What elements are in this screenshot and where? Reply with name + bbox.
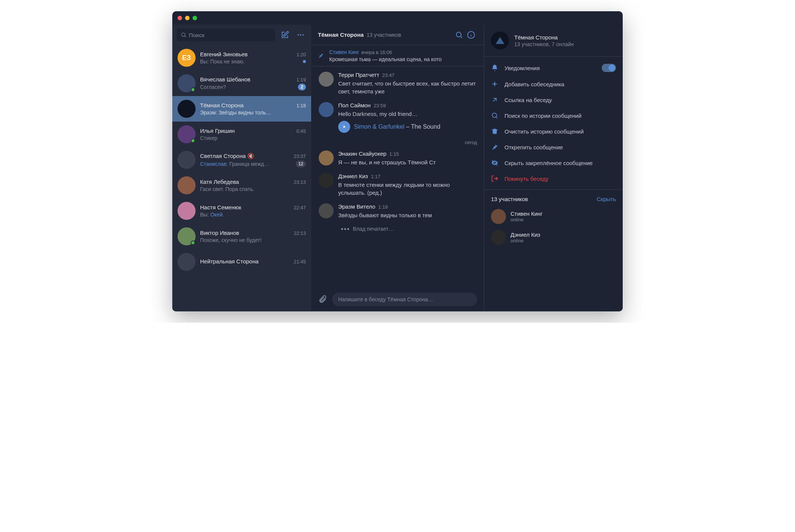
action-search-history[interactable]: Поиск по истории сообщений — [484, 108, 623, 123]
audio-title: Simon & Garfunkel – The Sound — [354, 123, 440, 130]
conversation-title: Светлая Сторона🔇 — [200, 153, 254, 159]
svg-point-3 — [300, 34, 301, 36]
pinned-text: Кромешная тьма — идеальная сцена, на кот… — [329, 56, 441, 62]
trash-icon — [491, 128, 498, 135]
chat-header: Тёмная Сторона 13 участников — [311, 25, 484, 45]
conversation-title: Виктор Иванов — [200, 230, 239, 236]
chat-info-button[interactable] — [465, 29, 477, 41]
action-add-member[interactable]: Добавить собеседника — [484, 76, 623, 92]
member-status: online — [510, 238, 540, 243]
attach-icon[interactable] — [318, 295, 327, 304]
members-title: 13 участников — [491, 196, 528, 202]
notifications-toggle[interactable] — [602, 64, 616, 72]
play-button[interactable] — [338, 121, 350, 133]
avatar — [319, 102, 334, 117]
conversation-time: 23:37 — [294, 153, 306, 159]
message-author: Терри Пратчетт — [338, 72, 379, 78]
avatar — [491, 230, 506, 245]
avatar — [178, 227, 196, 245]
more-icon — [297, 31, 305, 39]
conversation-item[interactable]: Виктор Иванов22:13Похоже, скучно не буде… — [172, 224, 311, 249]
search-icon — [181, 32, 187, 38]
unread-badge: 12 — [296, 161, 306, 167]
svg-point-5 — [456, 32, 461, 37]
maximize-window-button[interactable] — [193, 16, 197, 20]
conversation-item[interactable]: Вячеслав Шебанов1:19Согласен?2 — [172, 71, 311, 96]
members-header: 13 участников Скрыть — [484, 189, 623, 206]
avatar: ЕЗ — [178, 49, 196, 67]
message-input[interactable]: Напишите в беседу Тёмная Сторона… — [332, 293, 477, 306]
app-window: Поиск ЕЗЕвгений Зиновьев1:20Вы: Пока не … — [172, 11, 623, 311]
action-unpin[interactable]: Открепить сообщение — [484, 139, 623, 155]
message-text: Hello Darkness, my old friend… — [338, 110, 477, 118]
svg-line-1 — [185, 36, 186, 37]
action-chat-link[interactable]: Ссылка на беседу — [484, 92, 623, 108]
svg-line-12 — [493, 98, 496, 101]
conversation-title: Евгений Зиновьев — [200, 51, 248, 57]
action-notifications[interactable]: Уведомления — [484, 60, 623, 76]
presence-dot — [191, 87, 195, 92]
eye-off-icon — [491, 159, 498, 167]
info-subtitle: 13 участников, 7 онлайн — [514, 41, 574, 47]
members-hide-button[interactable]: Скрыть — [597, 196, 616, 202]
pinned-message[interactable]: Стивен Кингвчера в 16:06 Кромешная тьма … — [311, 45, 484, 66]
audio-attachment[interactable]: Simon & Garfunkel – The Sound — [338, 121, 477, 133]
search-icon — [455, 31, 463, 39]
message: Энакин Скайуокер1:15Я — не вы, и не стра… — [319, 150, 477, 166]
avatar — [178, 100, 196, 118]
avatar — [178, 176, 196, 194]
message-author: Эразм Витело — [338, 203, 375, 210]
minimize-window-button[interactable] — [185, 16, 190, 20]
unread-dot — [303, 60, 306, 63]
conversation-item[interactable]: Настя Семенюк22:47Вы: Окей. — [172, 198, 311, 224]
more-button[interactable] — [295, 29, 307, 41]
conversation-title: Катя Лебедева — [200, 179, 239, 185]
conversation-item[interactable]: Светлая Сторона🔇23:37Станислав: Граница … — [172, 147, 311, 173]
message-text: Свет считает, что он быстрее всех, как б… — [338, 80, 477, 95]
conversation-time: 21:45 — [294, 259, 306, 264]
conversation-title: Илья Гришин — [200, 128, 235, 134]
search-icon — [491, 112, 498, 119]
message: Эразм Витело1:18Звёзды бывают видны толь… — [319, 203, 477, 219]
member-item[interactable]: Стивен Кингonline — [484, 206, 623, 227]
chat-avatar — [491, 32, 509, 50]
message-author: Дэниел Киз — [338, 173, 368, 179]
message-time: 1:15 — [389, 151, 399, 157]
conversation-preview: Эразм: Звёзды видны толь… — [200, 110, 271, 116]
conversation-preview: Похоже, скучно не будет! — [200, 237, 262, 243]
info-icon — [467, 31, 475, 39]
conversation-preview: Согласен? — [200, 84, 226, 90]
message-time: 23:47 — [382, 72, 394, 78]
conversation-item[interactable]: Катя Лебедева23:13Гаси свет. Пора спать. — [172, 173, 311, 198]
message-author: Пол Саймон — [338, 102, 370, 108]
message: Пол Саймон23:59Hello Darkness, my old fr… — [319, 102, 477, 133]
message-text: Звёзды бывают видны только в тем — [338, 211, 477, 219]
svg-point-0 — [182, 33, 185, 36]
conversation-item[interactable]: Тёмная Сторона1:18Эразм: Звёзды видны то… — [172, 96, 311, 122]
conversation-title: Настя Семенюк — [200, 204, 241, 210]
bell-icon — [491, 64, 498, 72]
conversation-item[interactable]: Нейтральная Сторона21:45 — [172, 249, 311, 275]
chat-search-button[interactable] — [453, 29, 465, 41]
conversation-preview: Станислав: Граница межд… — [200, 161, 269, 167]
member-item[interactable]: Дэниел Кизonline — [484, 227, 623, 248]
conversation-time: 23:13 — [294, 179, 306, 185]
avatar — [178, 202, 196, 220]
compose-button[interactable] — [279, 29, 291, 41]
action-leave[interactable]: Покинуть беседу — [484, 171, 623, 186]
pinned-author: Стивен Кинг — [329, 49, 359, 55]
action-hide-pinned[interactable]: Скрыть закреплённое сообщение — [484, 155, 623, 171]
conversation-item[interactable]: Илья Гришин0:45Стикер — [172, 122, 311, 147]
presence-dot — [191, 240, 195, 245]
conversation-time: 1:18 — [297, 103, 306, 108]
info-panel: Тёмная Сторона 13 участников, 7 онлайн У… — [484, 25, 623, 311]
conversation-time: 0:45 — [297, 128, 306, 134]
conversation-item[interactable]: ЕЗЕвгений Зиновьев1:20Вы: Пока не знаю. — [172, 45, 311, 71]
close-window-button[interactable] — [178, 16, 182, 20]
action-clear-history[interactable]: Очистить историю сообщений — [484, 123, 623, 139]
search-input[interactable]: Поиск — [177, 29, 275, 41]
conversation-time: 22:47 — [294, 205, 306, 210]
pinned-time: вчера в 16:06 — [361, 50, 392, 55]
svg-point-13 — [492, 113, 497, 117]
chat-subtitle: 13 участников — [367, 32, 401, 38]
